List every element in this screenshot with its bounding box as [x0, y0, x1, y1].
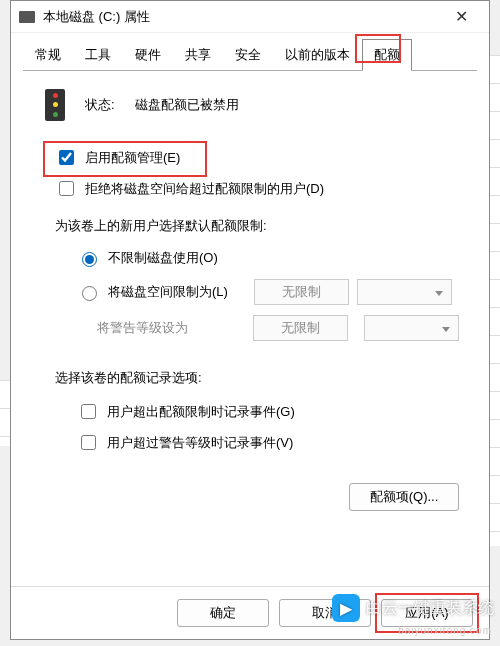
properties-dialog: 本地磁盘 (C:) 属性 ✕ 常规 工具 硬件 共享 安全 以前的版本 配额 状…	[10, 0, 490, 640]
status-label: 状态:	[85, 96, 115, 114]
radio-nolimit[interactable]	[82, 252, 97, 267]
deny-over-quota-checkbox[interactable]	[59, 181, 74, 196]
enable-quota-row[interactable]: 启用配额管理(E)	[55, 147, 463, 168]
tab-sharing[interactable]: 共享	[173, 39, 223, 71]
titlebar: 本地磁盘 (C:) 属性 ✕	[11, 1, 489, 33]
close-button[interactable]: ✕	[441, 7, 481, 26]
warn-unit-combo[interactable]	[364, 315, 459, 341]
watermark-icon: ▶	[332, 594, 360, 622]
log-over-quota-label: 用户超出配额限制时记录事件(G)	[107, 403, 295, 421]
radio-nolimit-row[interactable]: 不限制磁盘使用(O)	[77, 249, 463, 267]
tab-tools[interactable]: 工具	[73, 39, 123, 71]
window-title: 本地磁盘 (C:) 属性	[43, 8, 441, 26]
deny-over-quota-label: 拒绝将磁盘空间给超过配额限制的用户(D)	[85, 180, 324, 198]
ok-button[interactable]: 确定	[177, 599, 269, 627]
tab-security[interactable]: 安全	[223, 39, 273, 71]
limit-unit-combo[interactable]	[357, 279, 452, 305]
watermark-url: baiyunxitong.com	[398, 625, 492, 636]
default-limit-heading: 为该卷上的新用户选择默认配额限制:	[55, 217, 463, 235]
enable-quota-label: 启用配额管理(E)	[85, 149, 180, 167]
tab-content: 状态: 磁盘配额已被禁用 启用配额管理(E) 拒绝将磁盘空间给超过配额限制的用户…	[11, 71, 489, 586]
limit-value-input[interactable]: 无限制	[254, 279, 349, 305]
drive-icon	[19, 11, 35, 23]
radio-limit-label: 将磁盘空间限制为(L)	[108, 283, 228, 301]
log-over-quota-row[interactable]: 用户超出配额限制时记录事件(G)	[77, 401, 463, 422]
traffic-light-icon	[45, 89, 65, 121]
log-options-heading: 选择该卷的配额记录选项:	[55, 369, 463, 387]
enable-quota-checkbox[interactable]	[59, 150, 74, 165]
tab-strip: 常规 工具 硬件 共享 安全 以前的版本 配额	[11, 33, 489, 71]
quota-entries-row: 配额项(Q)...	[37, 483, 463, 511]
warn-level-label: 将警告等级设为	[97, 319, 237, 337]
log-over-warn-label: 用户超过警告等级时记录事件(V)	[107, 434, 293, 452]
status-text: 磁盘配额已被禁用	[135, 96, 239, 114]
watermark: ▶ 白云一键重装系统	[332, 594, 494, 622]
warn-value-input[interactable]: 无限制	[253, 315, 348, 341]
watermark-brand: 白云一键重装系统	[366, 598, 494, 619]
log-over-warn-row[interactable]: 用户超过警告等级时记录事件(V)	[77, 432, 463, 453]
tab-hardware[interactable]: 硬件	[123, 39, 173, 71]
warn-level-row: 将警告等级设为 无限制	[97, 315, 463, 341]
tab-previous-versions[interactable]: 以前的版本	[273, 39, 362, 71]
radio-limit-row[interactable]: 将磁盘空间限制为(L) 无限制	[77, 279, 463, 305]
quota-entries-button[interactable]: 配额项(Q)...	[349, 483, 459, 511]
log-over-quota-checkbox[interactable]	[81, 404, 96, 419]
log-over-warn-checkbox[interactable]	[81, 435, 96, 450]
tab-general[interactable]: 常规	[23, 39, 73, 71]
status-row: 状态: 磁盘配额已被禁用	[45, 89, 463, 121]
radio-limit[interactable]	[82, 286, 97, 301]
radio-nolimit-label: 不限制磁盘使用(O)	[108, 249, 218, 267]
deny-over-quota-row[interactable]: 拒绝将磁盘空间给超过配额限制的用户(D)	[55, 178, 463, 199]
tab-quota[interactable]: 配额	[362, 39, 412, 71]
